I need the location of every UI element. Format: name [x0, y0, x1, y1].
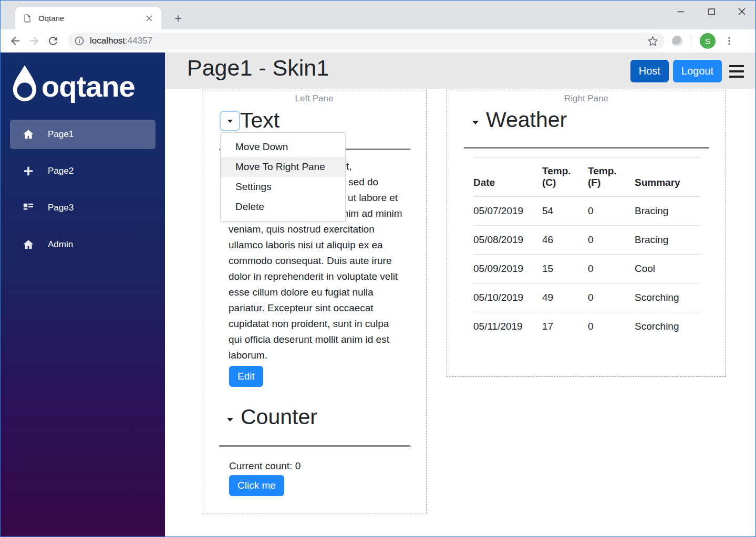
- click-me-button[interactable]: Click me: [229, 475, 284, 496]
- sidebar-item-label: Page2: [48, 166, 74, 176]
- menu-item-move-to-right-pane[interactable]: Move To Right Pane: [221, 157, 345, 177]
- module-actions-dropdown-button[interactable]: [220, 111, 240, 131]
- counter-module-header: Counter: [227, 404, 317, 429]
- caret-down-icon[interactable]: [227, 418, 233, 422]
- minimize-button[interactable]: [672, 4, 689, 19]
- menu-item-delete[interactable]: Delete: [221, 197, 345, 217]
- home-icon: [23, 239, 34, 250]
- new-tab-button[interactable]: +: [171, 12, 185, 26]
- col-header-summary: Summary: [635, 158, 700, 197]
- url-port: :44357: [125, 36, 152, 46]
- cell-date: 05/09/2019: [473, 255, 542, 283]
- sidebar-item-admin[interactable]: Admin: [10, 230, 156, 259]
- header-actions: Host Logout: [630, 60, 744, 82]
- table-row: 05/09/2019 15 0 Cool: [473, 255, 700, 283]
- tab-title: Oqtane: [38, 14, 144, 23]
- reload-icon[interactable]: [47, 35, 59, 47]
- cell-summary: Bracing: [635, 196, 700, 226]
- table-row: 05/07/2019 54 0 Bracing: [473, 196, 700, 226]
- cell-date: 05/08/2019: [473, 226, 542, 255]
- oqtane-logo-text: oqtane: [42, 69, 135, 103]
- cell-date: 05/11/2019: [473, 312, 542, 341]
- page-header: Page1 - Skin1 Host Logout: [165, 52, 755, 89]
- main-content: Page1 - Skin1 Host Logout Left Pane Text…: [165, 52, 755, 537]
- home-icon: [23, 129, 34, 140]
- forward-icon[interactable]: [28, 35, 40, 47]
- bookmark-star-icon[interactable]: [647, 36, 658, 47]
- host-button[interactable]: Host: [630, 60, 669, 82]
- sidebar-nav: Page1 Page2 Page3 Admin: [1, 120, 165, 259]
- current-count-text: Current count: 0: [229, 460, 301, 472]
- site-info-icon[interactable]: [74, 36, 85, 46]
- cell-summary: Cool: [635, 255, 700, 283]
- list-icon: [23, 202, 34, 214]
- oqtane-logo: oqtane: [1, 52, 165, 105]
- cell-summary: Bracing: [635, 226, 700, 255]
- sidebar-item-label: Page1: [48, 129, 74, 140]
- browser-tab[interactable]: Oqtane: [15, 7, 161, 29]
- page-title: Page1 - Skin1: [187, 55, 329, 81]
- cell-temp-f: 0: [588, 312, 635, 341]
- weather-module-title: Weather: [486, 107, 567, 132]
- plus-icon: [23, 165, 34, 177]
- cell-temp-c: 17: [542, 312, 588, 341]
- toolbar-separator: [691, 35, 691, 47]
- browser-menu-icon[interactable]: [724, 36, 734, 46]
- menu-item-settings[interactable]: Settings: [221, 177, 345, 197]
- text-module-title: Text: [240, 108, 279, 133]
- toolbar-right: S: [672, 33, 734, 49]
- text-module-header: Text: [220, 108, 279, 133]
- sidebar: oqtane Page1 Page2 Page3 Admin: [1, 52, 165, 537]
- cell-temp-f: 0: [588, 226, 635, 255]
- cell-temp-c: 54: [542, 196, 588, 226]
- hamburger-menu-icon[interactable]: [729, 65, 744, 78]
- caret-down-icon: [227, 120, 233, 123]
- cell-temp-c: 46: [542, 226, 588, 255]
- table-row: 05/10/2019 49 0 Scorching: [473, 283, 700, 312]
- extension-icon[interactable]: [672, 36, 682, 46]
- col-header-temp-f: Temp. (F): [588, 158, 635, 197]
- right-pane-label: Right Pane: [447, 93, 726, 104]
- table-row: 05/11/2019 17 0 Scorching: [473, 312, 700, 341]
- weather-table: Date Temp. (C) Temp. (F) Summary 05/07/2…: [473, 157, 700, 341]
- sidebar-item-page3[interactable]: Page3: [10, 193, 156, 223]
- col-header-temp-c: Temp. (C): [542, 158, 588, 197]
- sidebar-item-page1[interactable]: Page1: [10, 120, 156, 149]
- close-button[interactable]: [733, 4, 750, 19]
- sidebar-item-page2[interactable]: Page2: [10, 156, 156, 186]
- maximize-button[interactable]: [703, 4, 720, 19]
- url-text[interactable]: localhost:44357: [90, 36, 647, 46]
- cell-temp-f: 0: [588, 196, 635, 226]
- right-pane: Right Pane Weather Date Temp. (C) Temp. …: [447, 90, 726, 377]
- weather-table-body: 05/07/2019 54 0 Bracing 05/08/2019 46 0 …: [473, 196, 700, 341]
- window-controls: [672, 4, 750, 19]
- browser-window: Oqtane + localhost:44357 S: [0, 0, 756, 537]
- cell-summary: Scorching: [635, 283, 700, 312]
- weather-module-divider: [464, 147, 709, 149]
- browser-titlebar: Oqtane +: [1, 1, 755, 29]
- cell-temp-f: 0: [588, 255, 635, 283]
- app-root: oqtane Page1 Page2 Page3 Admin: [1, 52, 755, 537]
- cell-date: 05/07/2019: [473, 196, 542, 226]
- cell-temp-c: 15: [542, 255, 588, 283]
- caret-down-icon[interactable]: [472, 121, 479, 124]
- cell-temp-f: 0: [588, 283, 635, 312]
- tab-close-icon[interactable]: [144, 14, 154, 23]
- counter-module-title: Counter: [241, 404, 317, 429]
- address-bar[interactable]: localhost:44357: [68, 33, 665, 49]
- profile-avatar[interactable]: S: [700, 33, 716, 49]
- edit-button[interactable]: Edit: [229, 366, 263, 387]
- page-favicon-icon: [23, 14, 32, 23]
- menu-item-move-down[interactable]: Move Down: [221, 137, 345, 157]
- col-header-date: Date: [473, 158, 542, 197]
- counter-module-divider: [219, 445, 410, 447]
- oqtane-droplet-icon: [8, 64, 40, 105]
- browser-toolbar: localhost:44357 S: [1, 29, 755, 52]
- left-pane-label: Left Pane: [202, 93, 426, 104]
- cell-date: 05/10/2019: [473, 283, 542, 312]
- url-host: localhost: [90, 36, 125, 46]
- sidebar-item-label: Admin: [48, 239, 73, 250]
- back-icon[interactable]: [9, 35, 22, 47]
- logout-button[interactable]: Logout: [673, 60, 722, 82]
- module-actions-menu: Move Down Move To Right Pane Settings De…: [220, 132, 346, 222]
